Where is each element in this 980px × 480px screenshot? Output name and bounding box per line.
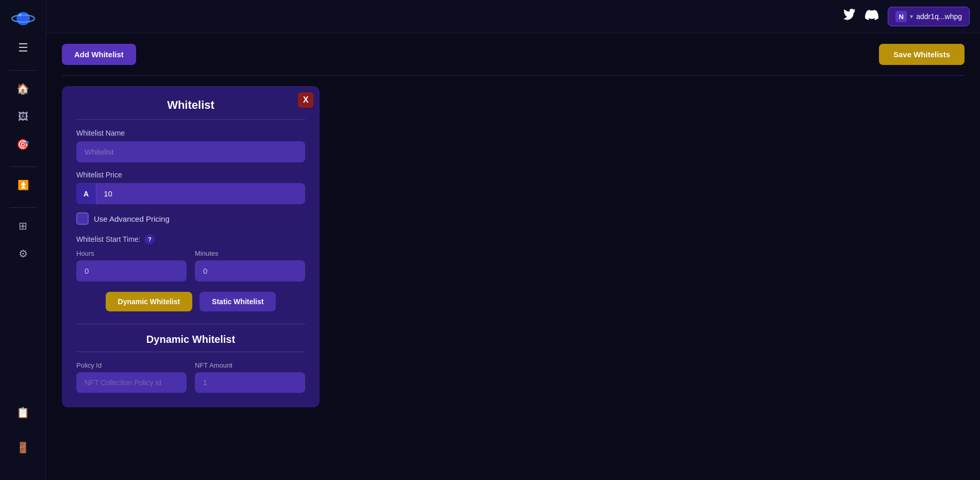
price-row: A: [76, 183, 305, 204]
wallet-button[interactable]: N ▾ addr1q...whpg: [888, 7, 970, 26]
discord-icon[interactable]: [865, 8, 878, 25]
minutes-input[interactable]: [195, 260, 305, 282]
card-divider-top: [76, 119, 305, 120]
sidebar-item-boost[interactable]: ⏫: [13, 175, 33, 195]
card-divider-dynamic2: [76, 352, 305, 352]
sidebar-item-gallery[interactable]: 🖼: [13, 107, 33, 126]
add-whitelist-button[interactable]: Add Whitelist: [62, 44, 136, 65]
sidebar-bottom: 📋 🚪: [13, 403, 33, 474]
start-time-label: Whitelist Start Time:: [76, 235, 140, 243]
card-divider-dynamic: [76, 324, 305, 324]
main-content: Add Whitelist Save Whitelists X Whitelis…: [46, 34, 980, 480]
topbar: N ▾ addr1q...whpg: [46, 0, 980, 34]
hours-input[interactable]: [76, 260, 187, 282]
wallet-n-icon: N: [895, 11, 907, 22]
help-icon[interactable]: ?: [144, 234, 155, 244]
dynamic-section-title: Dynamic Whitelist: [76, 334, 305, 345]
sidebar-item-settings[interactable]: ⚙: [13, 244, 33, 263]
grid-icon: ⊞: [19, 220, 27, 232]
policy-id-input[interactable]: [76, 372, 187, 393]
hours-label: Hours: [76, 250, 187, 257]
advanced-pricing-row: Use Advanced Pricing: [76, 212, 305, 225]
svg-point-0: [16, 12, 30, 25]
separator: [62, 75, 965, 76]
sidebar-divider-mid: [9, 167, 37, 167]
svg-point-2: [19, 13, 22, 16]
sidebar-item-documents[interactable]: 📋: [13, 403, 33, 422]
static-whitelist-button[interactable]: Static Whitelist: [200, 292, 276, 311]
sidebar-item-target[interactable]: 🎯: [13, 135, 33, 154]
advanced-pricing-label: Use Advanced Pricing: [94, 214, 170, 223]
target-icon: 🎯: [16, 138, 29, 151]
start-time-row: Whitelist Start Time: ?: [76, 234, 305, 244]
whitelist-card: X Whitelist Whitelist Name Whitelist Pri…: [62, 86, 320, 407]
hours-field: Hours: [76, 250, 187, 282]
nft-amount-field: NFT Amount: [195, 361, 305, 393]
image-icon: 🖼: [18, 111, 28, 123]
whitelist-type-row: Dynamic Whitelist Static Whitelist: [76, 292, 305, 311]
minutes-field: Minutes: [195, 250, 305, 282]
nft-amount-label: NFT Amount: [195, 361, 305, 369]
sidebar-item-logout[interactable]: 🚪: [13, 438, 33, 457]
wallet-address: addr1q...whpg: [916, 12, 962, 21]
ada-badge: A: [76, 184, 96, 204]
document-icon: 📋: [16, 406, 29, 419]
sidebar: ☰ 🏠 🖼 🎯 ⏫ ⊞ ⚙ 📋 🚪: [0, 0, 46, 480]
dynamic-fields-row: Policy Id NFT Amount: [76, 361, 305, 393]
minutes-label: Minutes: [195, 250, 305, 257]
sidebar-divider-top: [9, 70, 37, 71]
twitter-icon[interactable]: [843, 9, 856, 24]
price-input[interactable]: [96, 183, 305, 204]
hamburger-menu-icon[interactable]: ☰: [18, 42, 28, 54]
nft-amount-input[interactable]: [195, 372, 305, 393]
logo[interactable]: [11, 6, 36, 33]
policy-id-label: Policy Id: [76, 361, 187, 369]
sidebar-item-grid[interactable]: ⊞: [13, 216, 33, 236]
card-title: Whitelist: [76, 98, 305, 112]
advanced-pricing-checkbox[interactable]: [76, 212, 89, 225]
home-icon: 🏠: [16, 82, 29, 95]
wallet-n-label: N: [899, 13, 904, 21]
sidebar-item-home[interactable]: 🏠: [13, 79, 33, 98]
logout-icon: 🚪: [16, 441, 29, 454]
whitelist-price-label: Whitelist Price: [76, 171, 305, 179]
whitelist-name-input[interactable]: [76, 141, 305, 162]
policy-id-field: Policy Id: [76, 361, 187, 393]
time-fields-row: Hours Minutes: [76, 250, 305, 282]
settings-icon: ⚙: [19, 247, 28, 260]
action-row: Add Whitelist Save Whitelists: [62, 44, 965, 65]
whitelist-name-label: Whitelist Name: [76, 129, 305, 137]
save-whitelists-button[interactable]: Save Whitelists: [879, 44, 965, 65]
dynamic-whitelist-button[interactable]: Dynamic Whitelist: [106, 292, 193, 311]
chevron-up-icon: ⏫: [18, 179, 29, 191]
sidebar-divider-lower: [9, 207, 37, 208]
close-button[interactable]: X: [298, 92, 313, 108]
